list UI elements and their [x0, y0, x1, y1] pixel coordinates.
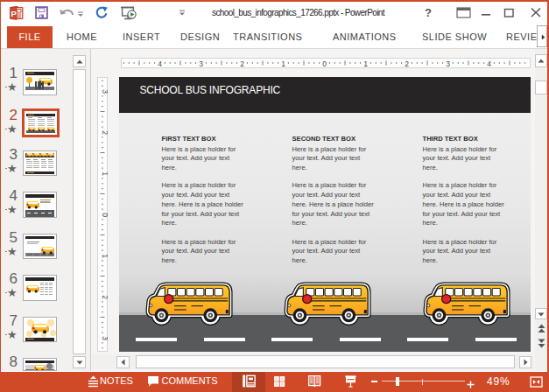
- svg-text:0: 0: [101, 213, 108, 217]
- svg-text:2: 2: [405, 59, 409, 67]
- svg-text:P: P: [11, 9, 17, 18]
- svg-text:1: 1: [281, 59, 285, 67]
- svg-text:1: 1: [101, 254, 108, 258]
- svg-text:3: 3: [446, 59, 450, 67]
- svg-text:3: 3: [101, 89, 108, 94]
- svg-text:4: 4: [158, 59, 162, 67]
- svg-text:0: 0: [322, 59, 327, 67]
- svg-text:3: 3: [101, 336, 108, 340]
- svg-text:2: 2: [240, 59, 244, 67]
- svg-text:4: 4: [487, 59, 491, 67]
- svg-text:2: 2: [101, 130, 108, 135]
- svg-text:2: 2: [101, 295, 108, 299]
- svg-text:1: 1: [101, 172, 108, 176]
- svg-text:1: 1: [363, 59, 368, 67]
- svg-text:3: 3: [199, 59, 203, 67]
